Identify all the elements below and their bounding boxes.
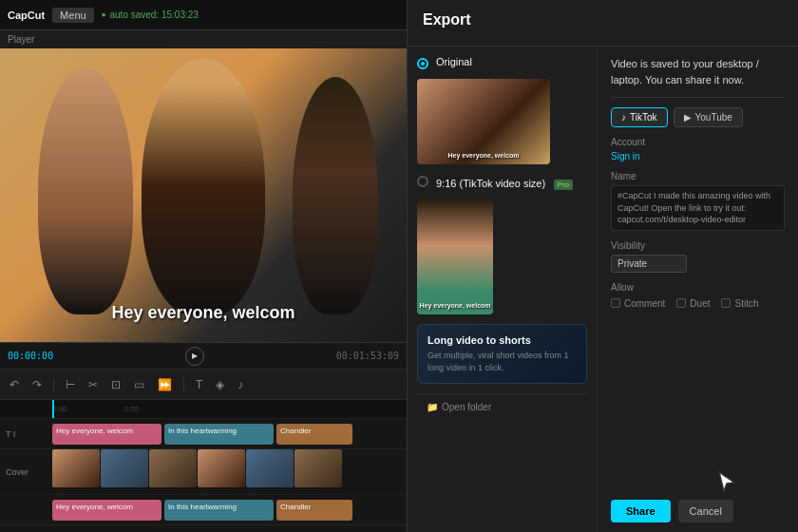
long-video-title: Long video to shorts <box>428 334 577 346</box>
track-content-1[interactable]: Hey everyone, welcom In this heartwarmin… <box>52 419 407 448</box>
video-preview: Hey everyone, welcom <box>0 48 407 342</box>
clip-3-2[interactable]: In this heartwarming <box>164 500 274 521</box>
name-value[interactable]: #CapCut I made this amazing video with C… <box>611 185 785 231</box>
speed-icon[interactable]: ⏩ <box>154 376 176 393</box>
audio-icon[interactable]: ♪ <box>234 376 247 393</box>
player-label: Player <box>0 30 407 48</box>
thumb-3 <box>149 449 197 487</box>
name-field: Name #CapCut I made this amazing video w… <box>611 171 785 231</box>
allow-stitch[interactable]: Stitch <box>721 298 758 309</box>
long-video-card[interactable]: Long video to shorts Get multiple, viral… <box>417 324 587 384</box>
share-notice: Video is saved to your desktop / laptop.… <box>611 56 785 98</box>
person-center <box>142 58 265 314</box>
preview-original: Hey everyone, welcom <box>417 79 550 164</box>
editor-panel: CapCut Menu auto saved: 15:03:23 Player … <box>0 0 407 532</box>
thumb-2 <box>101 449 148 487</box>
preview-tiktok: Hey everyone, welcom <box>417 200 493 314</box>
play-button[interactable]: ▶ <box>185 347 204 366</box>
clip-3-3[interactable]: Chandler <box>276 500 352 521</box>
preview-tiktok-img <box>417 200 493 314</box>
clip-3-1[interactable]: Hey everyone, welcom <box>52 500 162 521</box>
redo-icon[interactable]: ↷ <box>28 376 46 393</box>
thumb-5 <box>246 449 294 487</box>
undo-icon[interactable]: ↶ <box>6 376 23 393</box>
allow-section: Allow Comment Duet Stitch <box>611 282 785 309</box>
tiktok-logo-icon: ♪ <box>621 112 626 123</box>
video-track-row: Cover <box>0 449 407 495</box>
toolbar: ↶ ↷ ⊢ ✂ ⊡ ▭ ⏩ T ◈ ♪ <box>0 369 407 399</box>
name-label: Name <box>611 171 785 181</box>
duet-label: Duet <box>690 298 710 309</box>
clip-1-2[interactable]: In this heartwarming <box>164 424 274 445</box>
tick-2: 0:55 <box>124 405 140 413</box>
duet-checkbox[interactable] <box>676 298 686 308</box>
menu-button[interactable]: Menu <box>52 8 94 23</box>
video-track-label: Cover <box>0 467 52 477</box>
video-track-content[interactable] <box>52 449 407 494</box>
export-panel: Export Original Hey everyone, welcom 9:1… <box>407 0 798 532</box>
comment-checkbox[interactable] <box>611 298 620 308</box>
export-content: Original Hey everyone, welcom 9:16 (TikT… <box>408 47 798 532</box>
sign-in-link[interactable]: Sign in <box>611 151 785 162</box>
cover-label: Cover <box>6 467 28 477</box>
radio-tiktok[interactable] <box>417 176 428 187</box>
youtube-logo-icon: ▶ <box>684 112 692 123</box>
pro-badge: Pro <box>554 180 573 190</box>
track-row-3: Hey everyone, welcom In this heartwarmin… <box>0 495 407 525</box>
visibility-select[interactable]: Private <box>611 255 687 273</box>
toolbar-divider <box>53 377 54 392</box>
color-icon[interactable]: ◈ <box>212 376 228 393</box>
share-button[interactable]: Share <box>611 500 671 522</box>
delete-icon[interactable]: ⊡ <box>107 376 124 393</box>
export-title: Export <box>423 11 783 28</box>
open-folder-button[interactable]: 📁 Open folder <box>427 402 491 412</box>
preview-original-caption: Hey everyone, welcom <box>417 152 550 159</box>
tick-1: 0:00 <box>52 405 67 413</box>
comment-label: Comment <box>624 298 665 309</box>
cancel-button[interactable]: Cancel <box>678 500 733 522</box>
text-icon[interactable]: T <box>192 376 206 393</box>
folder-icon: 📁 <box>427 402 438 412</box>
export-header: Export <box>408 0 798 47</box>
track-content-3[interactable]: Hey everyone, welcom In this heartwarmin… <box>52 495 407 524</box>
allow-duet[interactable]: Duet <box>676 298 710 309</box>
thumb-img-4 <box>198 449 245 487</box>
tiktok-label: TikTok <box>630 112 657 123</box>
clip-1-1[interactable]: Hey everyone, welcom <box>52 424 162 445</box>
format-option-tiktok[interactable]: 9:16 (TikTok video size) Pro <box>417 174 587 191</box>
trim-icon[interactable]: ✂ <box>85 376 102 393</box>
playhead[interactable] <box>52 400 54 418</box>
track-row-1: T I Hey everyone, welcom In this heartwa… <box>0 419 407 449</box>
thumb-img-3 <box>149 449 197 487</box>
toolbar-divider-2 <box>183 377 184 392</box>
long-video-desc: Get multiple, viral short videos from 1 … <box>428 350 577 373</box>
allow-comment[interactable]: Comment <box>611 298 665 309</box>
platform-tabs: ♪ TikTok ▶ YouTube <box>611 107 785 127</box>
bottom-actions: Share Cancel <box>611 492 785 522</box>
thumb-img-6 <box>294 449 342 487</box>
crop-icon[interactable]: ▭ <box>130 376 148 393</box>
clip-1-3[interactable]: Chandler <box>276 424 352 445</box>
stitch-checkbox[interactable] <box>721 298 731 308</box>
thumb-img-1 <box>52 449 100 487</box>
visibility-field: Visibility Private <box>611 240 785 273</box>
export-actions: 📁 Open folder <box>417 393 587 420</box>
export-formats-panel: Original Hey everyone, welcom 9:16 (TikT… <box>408 47 598 532</box>
timeline-area: 0:00 0:55 T I Hey everyone, welcom In th… <box>0 399 407 532</box>
auto-saved-status: auto saved: 15:03:23 <box>102 10 199 20</box>
split-icon[interactable]: ⊢ <box>62 376 79 393</box>
person-right <box>293 77 378 314</box>
thumb-4 <box>198 449 245 487</box>
account-label: Account <box>611 137 785 147</box>
video-caption: Hey everyone, welcom <box>0 303 407 323</box>
timeline-header: 0:00 0:55 <box>0 400 407 419</box>
current-time: 00:00:00 <box>8 351 53 361</box>
open-folder-label: Open folder <box>442 402 491 412</box>
radio-original[interactable] <box>417 58 428 69</box>
tab-youtube[interactable]: ▶ YouTube <box>674 107 743 127</box>
top-bar: CapCut Menu auto saved: 15:03:23 <box>0 0 407 30</box>
format-option-original[interactable]: Original <box>417 56 587 69</box>
tab-tiktok[interactable]: ♪ TikTok <box>611 107 668 127</box>
thumb-1 <box>52 449 100 487</box>
stitch-label: Stitch <box>734 298 758 309</box>
